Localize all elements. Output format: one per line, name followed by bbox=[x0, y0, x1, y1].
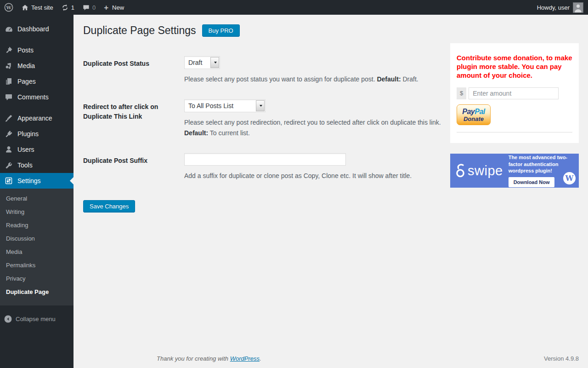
paypal-donate-button[interactable]: PayPal Donate bbox=[457, 104, 491, 125]
footer: Thank you for creating with WordPress. V… bbox=[157, 355, 579, 362]
pushpin-icon bbox=[4, 46, 13, 54]
sidebar-item-label: Dashboard bbox=[17, 25, 49, 33]
field-description: Add a suffix for duplicate or clone post… bbox=[184, 171, 441, 181]
updates-menu[interactable]: 1 bbox=[57, 0, 79, 15]
submenu-item-writing[interactable]: Writing bbox=[0, 205, 74, 218]
avatar-silhouette-icon bbox=[573, 3, 583, 12]
donation-amount-input[interactable] bbox=[469, 87, 559, 99]
form-row-redirect: Redirect to after click on Duplicate Thi… bbox=[83, 99, 441, 138]
collapse-arrow-icon bbox=[4, 315, 12, 323]
collapse-menu-button[interactable]: Collapse menu bbox=[0, 311, 74, 327]
submenu-item-duplicate-page[interactable]: Duplicate Page bbox=[0, 285, 74, 299]
swipe-brand: swipe bbox=[455, 163, 503, 178]
sidebar-item-plugins[interactable]: Plugins bbox=[0, 126, 74, 142]
comment-count: 0 bbox=[92, 4, 96, 11]
field-label: Duplicate Post Suffix bbox=[83, 153, 184, 181]
sidebar-item-label: Media bbox=[17, 62, 35, 69]
footer-thanks: Thank you for creating with WordPress. bbox=[157, 355, 261, 362]
redirect-select[interactable]: To All Posts List bbox=[184, 99, 266, 112]
new-menu[interactable]: + New bbox=[100, 0, 128, 15]
admin-sidebar: Dashboard Posts Media Pages Comments App… bbox=[0, 15, 74, 368]
submenu-item-discussion[interactable]: Discussion bbox=[0, 232, 74, 245]
submenu-item-privacy[interactable]: Privacy bbox=[0, 272, 74, 285]
comments-icon bbox=[4, 93, 13, 101]
sidebar-item-label: Posts bbox=[17, 46, 34, 54]
howdy-text: Howdy, user bbox=[537, 4, 570, 11]
post-status-select[interactable]: Draft bbox=[184, 56, 220, 69]
settings-submenu: General Writing Reading Discussion Media… bbox=[0, 189, 74, 305]
admin-bar: W Test site 1 0 + New bbox=[0, 0, 588, 15]
wordpress-logo-menu[interactable]: W bbox=[0, 0, 17, 15]
sidebar-item-media[interactable]: Media bbox=[0, 58, 74, 74]
sidebar-item-label: Plugins bbox=[17, 130, 39, 138]
divider bbox=[457, 132, 572, 138]
currency-symbol: $ bbox=[457, 87, 466, 99]
wordpress-mark-icon: W bbox=[563, 172, 576, 184]
field-description: Please select any post redirection, redi… bbox=[184, 118, 441, 138]
pages-icon bbox=[4, 78, 13, 86]
sidebar-item-label: Pages bbox=[17, 78, 36, 85]
site-name-menu[interactable]: Test site bbox=[17, 0, 57, 15]
collapse-menu-label: Collapse menu bbox=[16, 316, 56, 322]
updates-icon bbox=[62, 4, 68, 11]
sidebar-item-label: Tools bbox=[17, 161, 33, 169]
sidebar-item-dashboard[interactable]: Dashboard bbox=[0, 21, 74, 37]
content-area: Duplicate Page Settings Buy PRO Duplicat… bbox=[74, 0, 588, 368]
sidebar-item-tools[interactable]: Tools bbox=[0, 157, 74, 173]
plus-icon: + bbox=[104, 4, 108, 12]
field-label: Duplicate Post Status bbox=[83, 56, 184, 84]
sidebar-item-appearance[interactable]: Appearance bbox=[0, 110, 74, 126]
comments-menu[interactable]: 0 bbox=[79, 0, 100, 15]
suffix-input[interactable] bbox=[184, 153, 346, 166]
banner-text: The most advanced two-factor authenticat… bbox=[509, 154, 574, 175]
sidebar-item-label: Users bbox=[17, 146, 34, 153]
paintbrush-icon bbox=[4, 115, 13, 122]
save-changes-button[interactable]: Save Changes bbox=[83, 200, 135, 213]
paypal-logo: PayPal bbox=[462, 108, 485, 115]
sidebar-item-posts[interactable]: Posts bbox=[0, 42, 74, 58]
submenu-item-general[interactable]: General bbox=[0, 192, 74, 205]
site-name: Test site bbox=[31, 4, 53, 11]
swipe-brand-name: swipe bbox=[468, 163, 503, 178]
default-label: Default: bbox=[184, 129, 208, 137]
wordpress-link[interactable]: WordPress bbox=[230, 355, 260, 362]
page-title: Duplicate Page Settings bbox=[83, 24, 196, 38]
wrench-icon bbox=[4, 161, 13, 169]
form-row-suffix: Duplicate Post Suffix Add a suffix for d… bbox=[83, 153, 441, 181]
home-icon bbox=[22, 4, 28, 11]
default-label: Default: bbox=[377, 75, 401, 83]
account-menu[interactable]: Howdy, user bbox=[532, 0, 588, 15]
wordpress-logo-icon: W bbox=[4, 3, 13, 12]
sidebar-item-users[interactable]: Users bbox=[0, 142, 74, 157]
footer-version: Version 4.9.8 bbox=[544, 355, 579, 362]
media-icon bbox=[4, 62, 13, 70]
submenu-item-permalinks[interactable]: Permalinks bbox=[0, 259, 74, 272]
right-column: Contribute some donation, to make plugin… bbox=[450, 43, 579, 188]
field-description: Please select any post status you want t… bbox=[184, 75, 441, 84]
form-row-post-status: Duplicate Post Status Draft Please selec… bbox=[83, 56, 441, 84]
sidebar-item-pages[interactable]: Pages bbox=[0, 74, 74, 89]
user-icon bbox=[4, 146, 13, 154]
comment-bubble-icon bbox=[83, 4, 90, 11]
svg-text:W: W bbox=[6, 5, 11, 10]
paypal-donate-label: Donate bbox=[464, 115, 484, 122]
settings-sliders-icon bbox=[4, 177, 13, 185]
download-now-button[interactable]: Download Now bbox=[509, 177, 555, 187]
sidebar-item-settings[interactable]: Settings bbox=[0, 173, 74, 189]
swipe-logo-icon bbox=[455, 163, 466, 178]
sidebar-item-label: Comments bbox=[17, 93, 49, 101]
new-label: New bbox=[112, 4, 124, 11]
field-label: Redirect to after click on Duplicate Thi… bbox=[83, 99, 184, 138]
dashboard-icon bbox=[4, 25, 13, 33]
submenu-item-media[interactable]: Media bbox=[0, 245, 74, 259]
update-count: 1 bbox=[71, 4, 74, 11]
sidebar-item-label: Settings bbox=[17, 177, 41, 184]
plug-icon bbox=[4, 130, 13, 138]
submenu-item-reading[interactable]: Reading bbox=[0, 218, 74, 232]
sidebar-item-comments[interactable]: Comments bbox=[0, 89, 74, 105]
donation-message: Contribute some donation, to make plugin… bbox=[457, 53, 572, 80]
buy-pro-button[interactable]: Buy PRO bbox=[202, 24, 240, 37]
sidebar-item-label: Appearance bbox=[17, 115, 52, 122]
swipe-ad-banner[interactable]: swipe The most advanced two-factor authe… bbox=[450, 154, 579, 188]
avatar bbox=[573, 2, 583, 13]
